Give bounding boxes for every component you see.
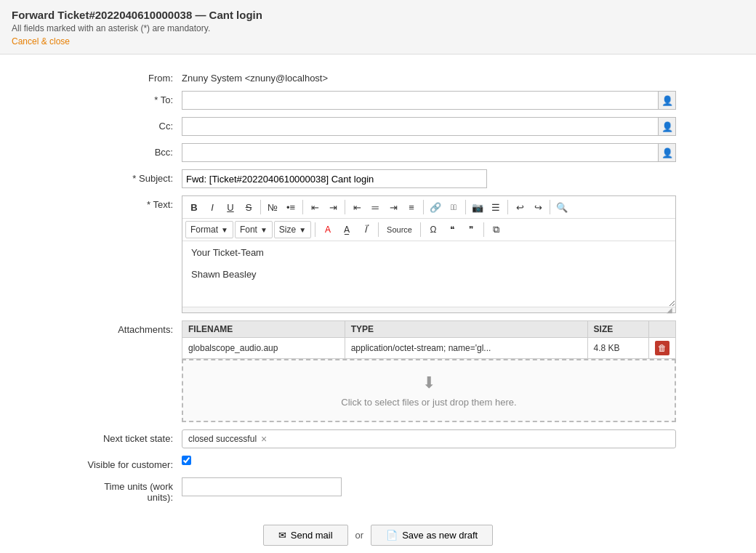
clear-format-button[interactable]: I⃗ xyxy=(357,221,374,238)
col-size: SIZE xyxy=(587,321,648,338)
table-button[interactable]: ☰ xyxy=(487,198,504,216)
to-input[interactable] xyxy=(182,91,659,110)
upload-icon: ⬇ xyxy=(196,374,662,392)
toolbar-sep9 xyxy=(378,222,379,237)
from-row: From: Znuny System <znuny@localhost> xyxy=(80,69,676,84)
file-size-cell: 4.8 KB xyxy=(587,338,648,359)
cancel-close-link[interactable]: Cancel & close xyxy=(12,36,70,47)
toolbar-sep5 xyxy=(465,200,466,214)
blockquote-button[interactable]: ❝ xyxy=(443,221,461,238)
toolbar-sep4 xyxy=(423,200,424,214)
editor-resize-handle[interactable]: ◢ xyxy=(182,307,675,312)
format-chevron-icon: ▼ xyxy=(221,226,228,234)
visible-checkbox-row xyxy=(182,456,676,465)
image-button[interactable]: 📷 xyxy=(469,198,486,216)
special-chars-button[interactable]: Ω xyxy=(425,221,442,238)
find-button[interactable]: 🔍 xyxy=(553,198,571,216)
source-button[interactable]: Source xyxy=(382,221,417,238)
unordered-list-button[interactable]: •≡ xyxy=(282,198,299,216)
subject-row: * Subject: xyxy=(80,169,676,188)
blockquote2-button[interactable]: ❞ xyxy=(462,221,480,238)
bcc-label: Bcc: xyxy=(80,143,182,158)
toolbar-sep8 xyxy=(315,222,315,237)
text-label: * Text: xyxy=(80,195,182,210)
undo-button[interactable]: ↩ xyxy=(511,198,528,216)
cc-label: Cc: xyxy=(80,117,182,132)
file-name-cell: globalscope_audio.aup xyxy=(182,338,345,359)
page-header: Forward Ticket#2022040610000038 — Cant l… xyxy=(0,0,756,55)
size-dropdown[interactable]: Size ▼ xyxy=(274,221,311,238)
form-container: From: Znuny System <znuny@localhost> * T… xyxy=(51,55,705,553)
indent-button[interactable]: ⇥ xyxy=(324,198,342,216)
strikethrough-button[interactable]: S xyxy=(240,198,257,216)
to-label: * To: xyxy=(80,91,182,105)
save-draft-icon: 📄 xyxy=(386,530,398,541)
col-actions xyxy=(649,321,676,338)
state-remove-icon[interactable]: × xyxy=(261,434,267,444)
redo-button[interactable]: ↪ xyxy=(529,198,547,216)
col-filename: FILENAME xyxy=(182,321,345,338)
state-tag: closed successful × xyxy=(182,429,676,448)
toolbar-row2: Format ▼ Font ▼ Size ▼ A A̲ I⃗ xyxy=(182,219,675,241)
underline-button[interactable]: U xyxy=(222,198,239,216)
toolbar-sep11 xyxy=(483,222,484,237)
to-address-book-icon[interactable]: 👤 xyxy=(659,91,676,110)
cc-row: Cc: 👤 xyxy=(80,117,676,136)
bg-color-button[interactable]: A̲ xyxy=(338,221,355,238)
bcc-row: Bcc: 👤 xyxy=(80,143,676,162)
col-type: TYPE xyxy=(345,321,587,338)
bcc-address-book-icon[interactable]: 👤 xyxy=(659,143,676,162)
attachments-label: Attachments: xyxy=(80,320,182,335)
cc-address-book-icon[interactable]: 👤 xyxy=(659,117,676,136)
justify-button[interactable]: ≡ xyxy=(403,198,420,216)
attachments-header-row: FILENAME TYPE SIZE xyxy=(182,321,676,338)
subject-input[interactable] xyxy=(182,169,487,188)
upload-zone[interactable]: ⬇ Click to select files or just drop the… xyxy=(182,359,676,422)
from-value: Znuny System <znuny@localhost> xyxy=(182,69,676,84)
visible-checkbox[interactable] xyxy=(182,456,191,465)
ordered-list-button[interactable]: № xyxy=(264,198,281,216)
align-center-button[interactable]: ═ xyxy=(366,198,384,216)
italic-button[interactable]: I xyxy=(204,198,221,216)
send-mail-label: Send mail xyxy=(291,530,333,541)
bcc-input[interactable] xyxy=(182,143,659,162)
subject-label: * Subject: xyxy=(80,169,182,184)
font-color-button[interactable]: A xyxy=(319,221,337,238)
toolbar-sep2 xyxy=(302,200,303,214)
from-label: From: xyxy=(80,69,182,84)
delete-attachment-button[interactable]: 🗑 xyxy=(655,341,669,355)
page-subtitle: All fields marked with an asterisk (*) a… xyxy=(12,23,744,33)
font-dropdown[interactable]: Font ▼ xyxy=(235,221,273,238)
toolbar-sep3 xyxy=(345,200,345,214)
form-actions: ✉ Send mail or 📄 Save as new draft xyxy=(80,525,676,553)
font-chevron-icon: ▼ xyxy=(260,226,268,234)
state-value: closed successful xyxy=(188,434,257,444)
link-button[interactable]: 🔗 xyxy=(427,198,444,216)
align-left-button[interactable]: ⇤ xyxy=(348,198,366,216)
format-dropdown[interactable]: Format ▼ xyxy=(185,221,233,238)
editor-line2: Shawn Beasley xyxy=(191,269,667,280)
outdent-button[interactable]: ⇤ xyxy=(306,198,323,216)
toolbar-sep10 xyxy=(420,222,421,237)
attachments-table: FILENAME TYPE SIZE globalscope_audio.aup… xyxy=(182,320,676,359)
attachments-row: Attachments: FILENAME TYPE SIZE globalsc… xyxy=(80,320,676,422)
editor-content[interactable]: Your Ticket-Team Shawn Beasley xyxy=(182,241,675,307)
bold-button[interactable]: B xyxy=(185,198,203,216)
align-right-button[interactable]: ⇥ xyxy=(385,198,402,216)
time-units-label: Time units (work units): xyxy=(80,477,182,503)
or-text: or xyxy=(355,530,364,541)
format-label: Format xyxy=(190,225,218,235)
send-mail-button[interactable]: ✉ Send mail xyxy=(263,525,348,546)
maximize-button[interactable]: ⧉ xyxy=(488,221,505,238)
time-units-input[interactable] xyxy=(182,477,342,496)
next-state-row: Next ticket state: closed successful × xyxy=(80,429,676,448)
page-title: Forward Ticket#2022040610000038 — Cant l… xyxy=(12,9,744,21)
save-draft-button[interactable]: 📄 Save as new draft xyxy=(371,525,493,546)
text-editor: B I U S № •≡ ⇤ ⇥ ⇤ ═ ⇥ ≡ 🔗 xyxy=(182,195,676,313)
unlink-button[interactable]: 🔗⃠ xyxy=(445,198,462,216)
visible-label: Visible for customer: xyxy=(80,456,182,470)
editor-line1: Your Ticket-Team xyxy=(191,247,667,258)
visible-row: Visible for customer: xyxy=(80,456,676,470)
cc-input[interactable] xyxy=(182,117,659,136)
upload-text: Click to select files or just drop them … xyxy=(196,397,662,408)
